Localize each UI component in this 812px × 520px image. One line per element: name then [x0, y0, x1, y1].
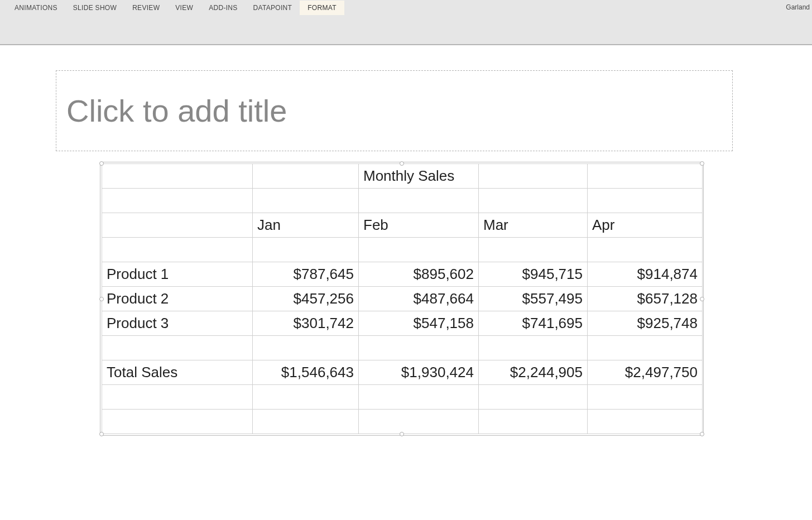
tab-datapoint[interactable]: DATAPOINT: [246, 1, 300, 15]
tab-slide-show[interactable]: SLIDE SHOW: [65, 1, 124, 15]
user-name-label: Garland: [786, 3, 810, 11]
table-month-header[interactable]: Jan: [253, 213, 359, 238]
table-cell[interactable]: [359, 385, 479, 410]
table-cell[interactable]: [102, 189, 253, 213]
table-cell[interactable]: [102, 385, 253, 410]
table-row-total[interactable]: Total Sales $1,546,643 $1,930,424 $2,244…: [102, 360, 703, 385]
selection-handle-n[interactable]: [400, 161, 404, 166]
table-cell[interactable]: $914,874: [588, 262, 703, 287]
table-cell[interactable]: [253, 164, 359, 189]
table-cell[interactable]: [102, 336, 253, 360]
table-cell[interactable]: [359, 238, 479, 262]
table-row-months[interactable]: Jan Feb Mar Apr: [102, 213, 703, 238]
table-cell[interactable]: $741,695: [479, 311, 588, 336]
table-cell[interactable]: $2,244,905: [479, 360, 588, 385]
sales-table[interactable]: Monthly Sales Jan Feb Mar Apr: [102, 163, 703, 434]
title-placeholder-text: Click to add title: [66, 93, 287, 129]
table-month-header[interactable]: Apr: [588, 213, 703, 238]
table-cell[interactable]: $457,256: [253, 287, 359, 311]
table-cell[interactable]: [479, 385, 588, 410]
table-cell[interactable]: $657,128: [588, 287, 703, 311]
table-row-empty[interactable]: [102, 410, 703, 434]
selection-handle-se[interactable]: [700, 432, 704, 436]
ribbon-body: [0, 16, 812, 45]
table-cell[interactable]: $945,715: [479, 262, 588, 287]
table-cell[interactable]: $301,742: [253, 311, 359, 336]
table-month-header[interactable]: Feb: [359, 213, 479, 238]
table-cell[interactable]: [588, 238, 703, 262]
table-row-empty[interactable]: [102, 336, 703, 360]
table-cell[interactable]: [479, 410, 588, 434]
table-cell[interactable]: [588, 164, 703, 189]
table-cell[interactable]: [253, 336, 359, 360]
table-row-empty[interactable]: [102, 238, 703, 262]
ribbon-tabs: ANIMATIONS SLIDE SHOW REVIEW VIEW ADD-IN…: [0, 0, 812, 16]
selection-handle-nw[interactable]: [99, 161, 104, 166]
table-cell[interactable]: $895,602: [359, 262, 479, 287]
table-month-header[interactable]: Mar: [479, 213, 588, 238]
table-row-label[interactable]: Product 3: [102, 311, 253, 336]
table-cell[interactable]: [588, 336, 703, 360]
table-cell[interactable]: [102, 213, 253, 238]
table-cell[interactable]: [479, 336, 588, 360]
selection-handle-sw[interactable]: [99, 432, 104, 436]
table-cell[interactable]: [479, 164, 588, 189]
slide-canvas[interactable]: Click to add title Monthly Sales: [0, 45, 812, 520]
table-object[interactable]: Monthly Sales Jan Feb Mar Apr: [102, 163, 702, 434]
table-cell[interactable]: [253, 189, 359, 213]
table-cell[interactable]: [359, 336, 479, 360]
table-cell[interactable]: [102, 410, 253, 434]
tab-view[interactable]: VIEW: [167, 1, 201, 15]
table-row-heading[interactable]: Monthly Sales: [102, 164, 703, 189]
table-cell[interactable]: $487,664: [359, 287, 479, 311]
table-cell[interactable]: [253, 410, 359, 434]
table-cell[interactable]: [102, 238, 253, 262]
table-cell[interactable]: $2,497,750: [588, 360, 703, 385]
table-cell[interactable]: [479, 189, 588, 213]
table-cell[interactable]: [359, 189, 479, 213]
table-cell[interactable]: $1,546,643: [253, 360, 359, 385]
selection-handle-e[interactable]: [700, 297, 704, 301]
table-cell[interactable]: [479, 238, 588, 262]
table-row-label[interactable]: Total Sales: [102, 360, 253, 385]
table-cell[interactable]: [253, 238, 359, 262]
table-cell[interactable]: $547,158: [359, 311, 479, 336]
table-cell[interactable]: $557,495: [479, 287, 588, 311]
selection-handle-ne[interactable]: [700, 161, 704, 166]
tab-format[interactable]: FORMAT: [300, 1, 344, 15]
selection-handle-w[interactable]: [99, 297, 104, 301]
table-row-product2[interactable]: Product 2 $457,256 $487,664 $557,495 $65…: [102, 287, 703, 311]
table-row-empty[interactable]: [102, 189, 703, 213]
table-cell[interactable]: [588, 189, 703, 213]
table-cell[interactable]: $925,748: [588, 311, 703, 336]
tab-animations[interactable]: ANIMATIONS: [7, 1, 65, 15]
table-row-label[interactable]: Product 2: [102, 287, 253, 311]
table-cell[interactable]: [588, 385, 703, 410]
tab-add-ins[interactable]: ADD-INS: [201, 1, 245, 15]
table-heading-cell[interactable]: Monthly Sales: [359, 164, 479, 189]
title-placeholder[interactable]: Click to add title: [56, 70, 733, 151]
table-row-empty[interactable]: [102, 385, 703, 410]
table-cell[interactable]: [102, 164, 253, 189]
table-cell[interactable]: $1,930,424: [359, 360, 479, 385]
table-row-product1[interactable]: Product 1 $787,645 $895,602 $945,715 $91…: [102, 262, 703, 287]
table-cell[interactable]: [253, 385, 359, 410]
table-cell[interactable]: $787,645: [253, 262, 359, 287]
table-cell[interactable]: [359, 410, 479, 434]
table-row-label[interactable]: Product 1: [102, 262, 253, 287]
table-row-product3[interactable]: Product 3 $301,742 $547,158 $741,695 $92…: [102, 311, 703, 336]
tab-review[interactable]: REVIEW: [124, 1, 167, 15]
selection-handle-s[interactable]: [400, 432, 404, 436]
table-cell[interactable]: [588, 410, 703, 434]
